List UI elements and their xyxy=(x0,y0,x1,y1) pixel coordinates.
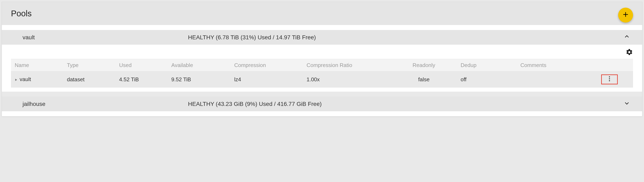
cell-actions xyxy=(586,72,633,88)
pool-expand-toggle[interactable] xyxy=(621,100,633,108)
triangle-right-icon xyxy=(15,76,18,82)
svg-point-3 xyxy=(609,76,610,77)
cell-name: vault xyxy=(11,72,63,88)
pool-settings-button[interactable] xyxy=(626,48,633,57)
col-actions xyxy=(586,59,633,72)
col-compression-ratio[interactable]: Compression Ratio xyxy=(303,59,391,72)
svg-marker-2 xyxy=(15,79,17,81)
col-readonly[interactable]: Readonly xyxy=(391,59,457,72)
pool-toolbar xyxy=(2,45,642,59)
plus-icon xyxy=(622,12,629,19)
pool-status: HEALTHY (6.78 TiB (31%) Used / 14.97 TiB… xyxy=(188,34,621,41)
datasets-table: Name Type Used Available Compression Com… xyxy=(11,59,633,88)
col-compression[interactable]: Compression xyxy=(230,59,303,72)
col-type[interactable]: Type xyxy=(63,59,115,72)
kebab-icon xyxy=(609,76,610,83)
pool-name: jailhouse xyxy=(22,101,188,107)
page-title: Pools xyxy=(11,9,32,18)
gear-icon xyxy=(626,51,633,57)
cell-used: 4.52 TiB xyxy=(116,72,168,88)
card-header: Pools xyxy=(2,2,642,25)
col-available[interactable]: Available xyxy=(168,59,230,72)
cell-compression: lz4 xyxy=(230,72,303,88)
pool-name: vault xyxy=(22,34,188,41)
pool-status: HEALTHY (43.23 GiB (9%) Used / 416.77 Gi… xyxy=(188,101,621,107)
pool-collapse-toggle[interactable] xyxy=(621,34,633,41)
pool-header-vault[interactable]: vault HEALTHY (6.78 TiB (31%) Used / 14.… xyxy=(2,30,642,45)
col-name[interactable]: Name xyxy=(11,59,63,72)
chevron-up-icon xyxy=(624,34,630,41)
pools-card: Pools vault HEALTHY (6.78 TiB (31%) Used… xyxy=(2,2,642,116)
datasets-table-wrap: Name Type Used Available Compression Com… xyxy=(2,59,642,92)
cell-readonly: false xyxy=(391,72,457,88)
col-comments[interactable]: Comments xyxy=(516,59,586,72)
row-actions-button[interactable] xyxy=(601,74,618,84)
dataset-name: vault xyxy=(20,76,31,82)
col-used[interactable]: Used xyxy=(116,59,168,72)
chevron-down-icon xyxy=(624,100,630,108)
cell-available: 9.52 TiB xyxy=(168,72,230,88)
expand-row-toggle[interactable] xyxy=(15,76,18,83)
cell-dedup: off xyxy=(457,72,516,88)
add-pool-button[interactable] xyxy=(618,8,633,22)
col-dedup[interactable]: Dedup xyxy=(457,59,516,72)
table-row[interactable]: vault dataset 4.52 TiB 9.52 TiB lz4 1.00… xyxy=(11,72,633,88)
spacer xyxy=(2,25,642,30)
spacer xyxy=(2,92,642,96)
cell-comments xyxy=(516,72,586,88)
table-header-row: Name Type Used Available Compression Com… xyxy=(11,59,633,72)
svg-point-4 xyxy=(609,78,610,79)
cell-compression-ratio: 1.00x xyxy=(303,72,391,88)
pool-header-jailhouse[interactable]: jailhouse HEALTHY (43.23 GiB (9%) Used /… xyxy=(2,96,642,111)
spacer xyxy=(2,111,642,116)
cell-type: dataset xyxy=(63,72,115,88)
svg-point-5 xyxy=(609,80,610,81)
